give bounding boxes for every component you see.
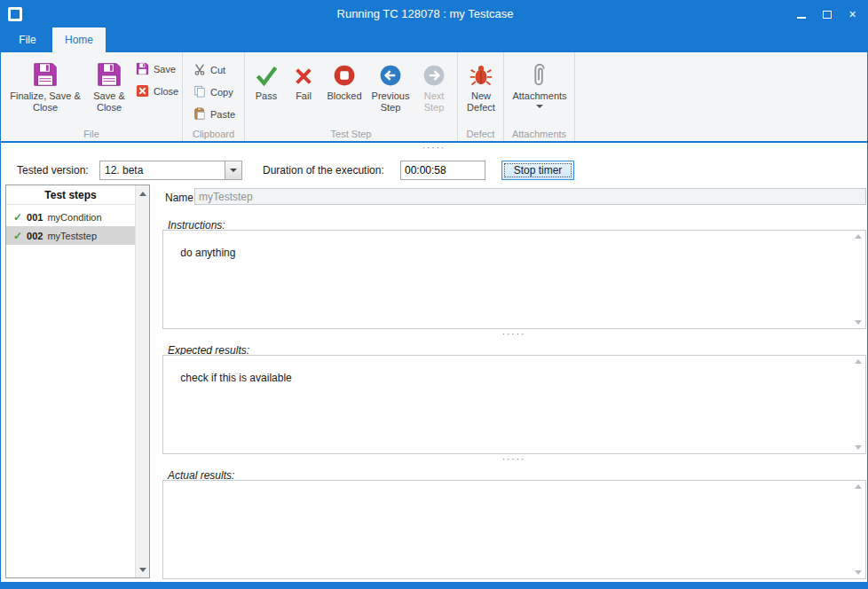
group-label-defect: Defect — [458, 129, 503, 139]
fail-button[interactable]: Fail — [286, 56, 321, 125]
close-button[interactable]: × — [840, 1, 865, 27]
paste-label: Paste — [210, 109, 235, 120]
close-red-icon — [136, 84, 149, 99]
scroll-down-icon — [139, 568, 146, 572]
combobox-dropdown-button[interactable] — [225, 161, 241, 179]
fail-label: Fail — [296, 90, 312, 102]
chevron-down-icon — [230, 169, 237, 172]
title-bar: Running TC 128078 : my Testcase × — [1, 1, 867, 27]
test-steps-panel: Test steps ✓ 001 myCondition ✓ 002 myTes… — [5, 185, 150, 578]
copy-label: Copy — [210, 87, 233, 98]
actual-results-textbox[interactable] — [162, 480, 866, 579]
group-label-clipboard: Clipboard — [183, 129, 244, 139]
attachments-label: Attachments — [512, 90, 566, 102]
test-step-row-2[interactable]: ✓ 002 myTeststep — [6, 226, 135, 245]
scroll-down-icon[interactable] — [855, 570, 862, 575]
step-number: 001 — [27, 212, 43, 223]
app-window: Running TC 128078 : my Testcase × File H… — [0, 0, 868, 589]
cut-label: Cut — [210, 65, 225, 75]
clipboard-icon — [193, 107, 206, 122]
test-step-row-1[interactable]: ✓ 001 myCondition — [6, 208, 135, 226]
maximize-icon — [823, 11, 832, 19]
horizontal-splitter[interactable]: ····· — [161, 332, 867, 339]
pass-check-icon — [254, 56, 279, 88]
horizontal-splitter[interactable]: ····· — [1, 145, 867, 153]
steps-scrollbar[interactable] — [135, 185, 149, 577]
ribbon-group-clipboard: Cut Copy Paste Clipboard — [183, 52, 245, 141]
scroll-up-icon — [139, 192, 146, 196]
horizontal-splitter[interactable]: ····· — [161, 457, 867, 464]
scroll-up-button[interactable] — [136, 186, 149, 200]
maximize-button[interactable] — [814, 1, 840, 27]
next-step-button[interactable]: Next Step — [414, 56, 454, 125]
save-small-icon — [136, 62, 149, 77]
ribbon-tab-bar: File Home — [1, 27, 867, 52]
window-bottom-border — [1, 582, 867, 588]
tab-home[interactable]: Home — [52, 27, 106, 52]
save-label: Save — [154, 64, 176, 75]
expected-results-text: check if this is available — [180, 372, 291, 384]
previous-step-label: Previous Step — [367, 90, 414, 114]
save-icon — [32, 56, 59, 88]
pass-label: Pass — [256, 90, 277, 102]
scroll-up-icon[interactable] — [855, 234, 862, 239]
ribbon: Finalize, Save & Close Save & Close Save… — [1, 52, 867, 143]
minimize-button[interactable] — [788, 1, 814, 27]
name-input[interactable] — [194, 188, 866, 205]
close-ribbon-button[interactable]: Close — [132, 82, 182, 101]
paste-button[interactable]: Paste — [190, 105, 240, 124]
cut-button[interactable]: Cut — [190, 60, 240, 80]
window-controls: × — [788, 1, 865, 27]
instructions-text: do anything — [180, 247, 235, 259]
scroll-down-icon[interactable] — [855, 445, 862, 450]
duration-label: Duration of the execution: — [263, 164, 384, 177]
new-defect-button[interactable]: New Defect — [460, 56, 502, 125]
bug-icon — [469, 56, 493, 88]
group-label-file: File — [1, 129, 182, 139]
step-check-icon: ✓ — [13, 230, 22, 242]
close-label: Close — [154, 86, 178, 97]
previous-step-button[interactable]: Previous Step — [367, 56, 414, 125]
copy-button[interactable]: Copy — [190, 82, 240, 102]
step-check-icon: ✓ — [13, 211, 22, 224]
step-name: myCondition — [47, 212, 101, 223]
tested-version-combobox[interactable]: 12. beta — [99, 161, 242, 180]
next-arrow-icon — [422, 56, 446, 88]
duration-input[interactable] — [400, 161, 485, 180]
blocked-button[interactable]: Blocked — [321, 56, 367, 125]
minimize-icon — [797, 17, 806, 19]
tested-version-value: 12. beta — [105, 164, 143, 177]
blocked-label: Blocked — [327, 90, 361, 102]
pass-button[interactable]: Pass — [247, 56, 286, 125]
scroll-down-button[interactable] — [136, 562, 149, 577]
ribbon-group-defect: New Defect Defect — [458, 52, 504, 141]
attachments-dropdown-icon — [536, 105, 543, 108]
paperclip-icon — [528, 56, 551, 88]
attachments-button[interactable]: Attachments — [507, 56, 572, 125]
close-icon: × — [848, 7, 856, 21]
scroll-up-icon[interactable] — [855, 359, 862, 364]
copy-icon — [193, 85, 206, 99]
save-button[interactable]: Save — [132, 59, 182, 79]
ribbon-group-test-step: Pass Fail Blocked Previous Step — [245, 52, 458, 141]
group-label-test-step: Test Step — [245, 129, 457, 139]
finalize-save-close-button[interactable]: Finalize, Save & Close — [4, 56, 86, 125]
ribbon-group-attachments: Attachments Attachments — [504, 52, 575, 141]
scroll-up-icon[interactable] — [855, 484, 862, 489]
scroll-down-icon[interactable] — [855, 320, 862, 325]
instructions-textbox[interactable]: do anything — [162, 230, 866, 329]
scissors-icon — [193, 63, 206, 77]
tested-version-label: Tested version: — [17, 164, 89, 177]
tab-file[interactable]: File — [6, 27, 49, 52]
step-number: 002 — [27, 231, 43, 241]
stop-timer-button[interactable]: Stop timer — [501, 161, 574, 180]
save-and-close-button[interactable]: Save & Close — [87, 56, 131, 125]
fail-x-icon — [292, 56, 315, 88]
save-and-close-label: Save & Close — [87, 90, 131, 114]
blocked-stop-icon — [332, 56, 357, 88]
ribbon-group-file: Finalize, Save & Close Save & Close Save… — [1, 52, 183, 141]
new-defect-label: New Defect — [460, 90, 502, 114]
previous-arrow-icon — [378, 56, 403, 88]
expected-results-textbox[interactable]: check if this is available — [162, 355, 866, 454]
save-icon — [96, 56, 122, 88]
